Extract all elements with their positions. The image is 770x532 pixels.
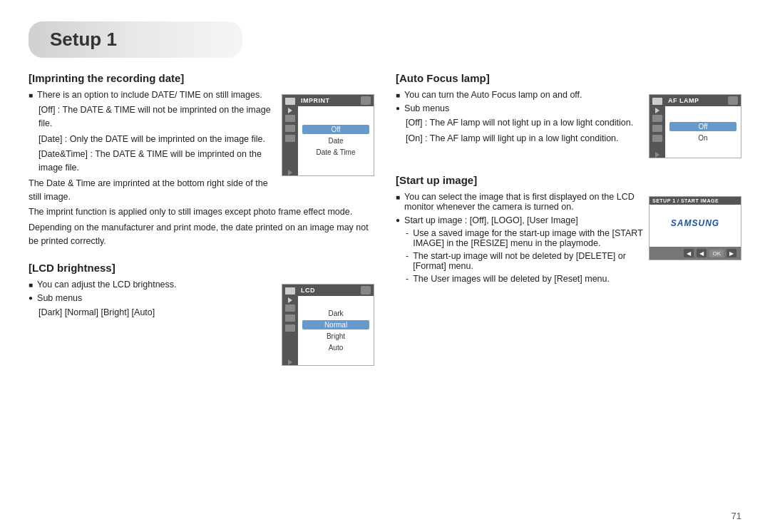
startup-dash3: The User images will be deleted by [Rese… [396, 274, 741, 284]
lcd-sidebar-arrow-1 [288, 297, 292, 303]
lcd-menu-header-icon [361, 286, 371, 295]
af-sidebar-icon-2 [652, 115, 662, 122]
start-img-mockup: SETUP 1 / START IMAGE SAMSUNG ◀ ◀ OK ▶ [649, 196, 741, 260]
page-title: Setup 1 [50, 29, 221, 51]
menu-header-icon [361, 96, 371, 105]
lcd-item-normal: Normal [302, 320, 369, 329]
af-bullet1: You can turn the Auto Focus lamp on and … [396, 90, 649, 100]
lcd-item-bright: Bright [302, 332, 369, 341]
af-sidebar-icon-3 [652, 125, 662, 132]
startup-title: [Start up image] [396, 174, 741, 186]
imprint-menu-mockup: IMPRINT Off Date Date & Time [282, 94, 374, 176]
lcd-sidebar-icon-3 [285, 314, 295, 322]
af-section: [Auto Focus lamp] AF LAMP [396, 72, 741, 163]
af-item-on: On [669, 133, 736, 143]
menu-item-datetime: Date & Time [302, 148, 369, 157]
start-img-footer: ◀ ◀ OK ▶ [650, 247, 741, 260]
content-area: [Imprinting the recording date] IMPRINT [29, 72, 741, 382]
af-menu-mockup: AF LAMP Off On [649, 94, 741, 158]
title-bar: Setup 1 [29, 21, 242, 58]
sidebar-arrow-2 [288, 170, 292, 175]
lcd-bullet1: You can adjust the LCD brightness. [29, 280, 282, 290]
lcd-sidebar-icon-2 [285, 305, 295, 312]
af-sidebar-icon-1 [652, 98, 662, 105]
lcd-menu-main: LCD Dark Normal Bright Auto [298, 285, 374, 365]
lcd-menu-header-label: LCD [301, 287, 315, 294]
start-img-body: SAMSUNG [650, 205, 741, 247]
menu-items: Off Date Date & Time [298, 106, 374, 175]
af-sidebar-arrow-2 [655, 152, 659, 158]
af-menu-main: AF LAMP Off On [665, 95, 741, 158]
lcd-item-auto: Auto [302, 343, 369, 352]
startup-sub-label: Start up image : [Off], [LOGO], [User Im… [396, 215, 649, 225]
menu-header-label: IMPRINT [301, 97, 330, 104]
lcd-menu-sidebar [282, 285, 298, 365]
af-menu-header-label: AF LAMP [668, 97, 699, 104]
menu-sidebar [282, 95, 298, 175]
imprint-note1: The Date & Time are imprinted at the bot… [29, 177, 374, 204]
af-menu-header-icon [728, 96, 738, 105]
lcd-sub-menus: Sub menus [29, 293, 282, 303]
af-sidebar [650, 95, 665, 158]
ok-button: OK [709, 250, 724, 257]
af-sub-menus: Sub menus [396, 103, 649, 113]
af-title: [Auto Focus lamp] [396, 72, 741, 84]
lcd-section: [LCD brightness] LCD [29, 262, 374, 370]
startup-bullet1: You can select the image that is first d… [396, 192, 649, 212]
nav-arrow-back: ◀ [684, 249, 694, 257]
sidebar-icon-4 [285, 135, 295, 142]
sidebar-icon-1 [285, 98, 295, 105]
right-column: [Auto Focus lamp] AF LAMP [396, 72, 741, 382]
menu-main: IMPRINT Off Date Date & Time [298, 95, 374, 175]
startup-section: [Start up image] SETUP 1 / START IMAGE S… [396, 174, 741, 287]
imprinting-section: [Imprinting the recording date] IMPRINT [29, 72, 374, 250]
lcd-title: [LCD brightness] [29, 262, 374, 274]
af-menu-items: Off On [665, 106, 741, 158]
imprint-note3: Depending on the manufacturer and print … [29, 221, 374, 248]
menu-item-date: Date [302, 136, 369, 145]
imprint-note2: The imprint function is applied only to … [29, 205, 374, 219]
lcd-menu-header: LCD [298, 285, 374, 296]
af-menu-header: AF LAMP [665, 95, 741, 106]
lcd-menu-items: Dark Normal Bright Auto [298, 296, 374, 365]
start-img-header: SETUP 1 / START IMAGE [650, 197, 741, 205]
left-column: [Imprinting the recording date] IMPRINT [29, 72, 374, 382]
menu-item-off: Off [302, 125, 369, 134]
imprinting-title: [Imprinting the recording date] [29, 72, 374, 84]
lcd-sidebar-icon-1 [285, 287, 295, 295]
imprint-bullet1: There is an option to include DATE/ TIME… [29, 90, 282, 100]
sidebar-icon-2 [285, 115, 295, 122]
sidebar-icon-3 [285, 125, 295, 132]
page-number: 71 [732, 511, 741, 521]
af-item-off: Off [669, 122, 736, 131]
lcd-menu-mockup: LCD Dark Normal Bright Auto [282, 284, 374, 366]
nav-arrow-right: ▶ [727, 249, 736, 257]
af-sidebar-icon-4 [652, 135, 662, 142]
page-container: Setup 1 [Imprinting the recording date] [0, 0, 770, 532]
sidebar-arrow-1 [288, 108, 292, 113]
nav-arrow-left: ◀ [697, 249, 707, 257]
lcd-item-dark: Dark [302, 309, 369, 318]
menu-header: IMPRINT [298, 95, 374, 106]
samsung-logo: SAMSUNG [671, 218, 719, 228]
lcd-sidebar-arrow-2 [288, 359, 292, 365]
af-sidebar-arrow-1 [655, 108, 659, 113]
lcd-sidebar-icon-4 [285, 324, 295, 332]
startup-dash2: The start-up image will not be deleted b… [396, 251, 649, 271]
startup-dash1: Use a saved image for the start-up image… [396, 228, 649, 248]
